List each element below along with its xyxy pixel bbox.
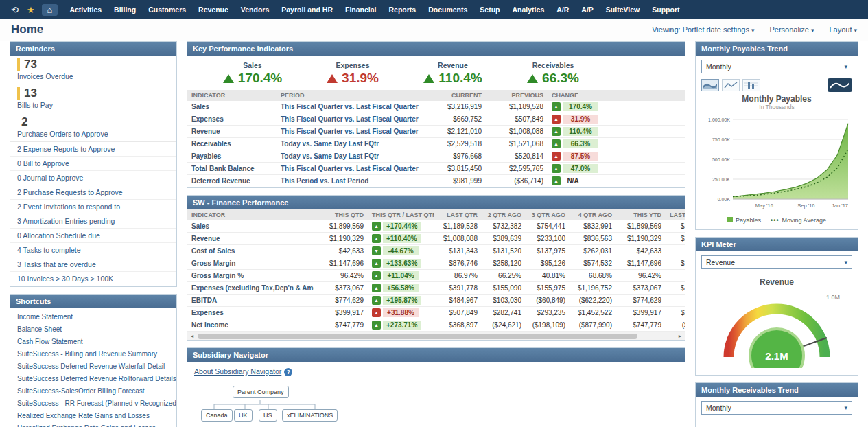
nav-item-a-r[interactable]: A/R <box>550 0 575 19</box>
shortcut-link[interactable]: SuiteSuccess-SalesOrder Billing Forecast <box>10 385 176 397</box>
scrollbar-thumb[interactable] <box>198 334 637 339</box>
nav-item-payroll-and-hr[interactable]: Payroll and HR <box>275 0 339 19</box>
finance-value-cell: $1,452,522 <box>570 307 616 319</box>
about-subsidiary-link[interactable]: About Subsidiary Navigator <box>194 367 281 376</box>
receivables-period-select[interactable]: Monthly ▾ <box>701 401 852 415</box>
table-row[interactable]: Net Income$747,779▲+273.71%$368,897($24,… <box>187 319 685 332</box>
subsidiary-child-node[interactable]: Canada <box>201 409 233 422</box>
reminder-item[interactable]: 0 Bill to Approve <box>10 157 176 171</box>
table-row[interactable]: SalesThis Fiscal Quarter vs. Last Fiscal… <box>187 101 685 113</box>
nav-item-revenue[interactable]: Revenue <box>192 0 235 19</box>
reminder-item[interactable]: 0 Allocation Schedule due <box>10 229 176 243</box>
shortcut-link[interactable]: Realized Exchange Rate Gains and Losses <box>10 410 176 422</box>
receivables-trend-header[interactable]: Monthly Receivables Trend <box>696 383 858 397</box>
up-arrow-icon: ▲ <box>552 164 561 173</box>
home-icon[interactable]: ⌂ <box>42 4 58 16</box>
chart-theme-icon[interactable] <box>828 78 852 92</box>
reminder-item[interactable]: 3 Tasks that are overdue <box>10 257 176 272</box>
reminder-highlight-item[interactable]: 73Invoices Overdue <box>10 56 176 84</box>
subsidiary-parent-node[interactable]: Parent Company <box>233 386 289 398</box>
nav-item-analytics[interactable]: Analytics <box>506 0 551 19</box>
table-row[interactable]: Gross Margin$1,147,696▲+133.63%$876,746$… <box>187 257 685 270</box>
reminder-item[interactable]: 3 Amortization Entries pending <box>10 214 176 229</box>
nav-item-suiteview[interactable]: SuiteView <box>600 0 646 19</box>
shortcuts-header[interactable]: Shortcuts <box>10 295 176 308</box>
table-row[interactable]: Expenses$399,917▲+31.88%$507,849$282,741… <box>187 307 685 319</box>
reminder-label[interactable]: Invoices Overdue <box>17 72 169 80</box>
shortcut-link[interactable]: SuiteSuccess - Billing and Revenue Summa… <box>10 348 176 360</box>
table-row[interactable]: ExpensesThis Fiscal Quarter vs. Last Fis… <box>187 113 685 126</box>
shortcut-link[interactable]: Income Statement <box>10 311 176 323</box>
line-chart-icon[interactable] <box>722 79 740 91</box>
finance-value-cell: $2,467,391 <box>666 233 685 245</box>
shortcut-link[interactable]: SuiteSuccess - RR Forecast (Planned v Re… <box>10 397 176 410</box>
nav-item-activities[interactable]: Activities <box>63 0 108 19</box>
reminder-item[interactable]: 4 Tasks to complete <box>10 243 176 257</box>
change-value: 110.4% <box>563 127 598 136</box>
nav-item-billing[interactable]: Billing <box>108 0 142 19</box>
bar-chart-icon[interactable] <box>742 79 760 91</box>
payables-period-select[interactable]: Monthly ▾ <box>701 60 852 73</box>
subsidiary-child-node[interactable]: US <box>259 409 277 422</box>
finance-hscrollbar[interactable]: ◄ ► <box>187 332 685 340</box>
reminders-header[interactable]: Reminders <box>10 42 176 56</box>
subsidiary-child-node[interactable]: UK <box>234 409 253 422</box>
reminder-item[interactable]: 2 Purchase Requests to Approve <box>10 185 176 200</box>
scroll-left-icon[interactable]: ◄ <box>187 334 197 338</box>
payables-trend-header[interactable]: Monthly Payables Trend <box>696 42 858 56</box>
nav-item-support[interactable]: Support <box>646 0 685 19</box>
table-row[interactable]: Gross Margin %96.42%▲+11.04%86.97%66.25%… <box>187 270 685 282</box>
reminder-item[interactable]: 0 Journal to Approve <box>10 171 176 185</box>
area-chart-icon[interactable] <box>701 79 719 91</box>
nav-item-financial[interactable]: Financial <box>339 0 383 19</box>
reminder-item[interactable]: 2 Event Invitations to respond to <box>10 200 176 214</box>
reminder-label[interactable]: Purchase Orders to Approve <box>17 130 169 138</box>
kpi-change-cell: ▲66.3% <box>548 138 685 150</box>
up-arrow-icon: ▲ <box>372 271 381 280</box>
table-row[interactable]: PayablesToday vs. Same Day Last FQtr$976… <box>187 150 685 163</box>
legend-moving-average[interactable]: •••Moving Average <box>771 217 826 224</box>
scrollbar-track[interactable] <box>197 333 675 340</box>
shortcut-link[interactable]: Cash Flow Statement <box>10 336 176 348</box>
nav-item-documents[interactable]: Documents <box>422 0 473 19</box>
help-icon[interactable]: ? <box>284 368 292 376</box>
table-row[interactable]: Cost of Sales$42,633▼-44.67%$131,343$131… <box>187 245 685 257</box>
legend-payables[interactable]: Payables <box>727 217 761 224</box>
subsidiary-header[interactable]: Subsidiary Navigator <box>187 348 685 362</box>
table-row[interactable]: RevenueThis Fiscal Quarter vs. Last Fisc… <box>187 126 685 138</box>
history-icon[interactable]: ⟲ <box>7 5 23 15</box>
nav-item-reports[interactable]: Reports <box>382 0 422 19</box>
kpi-meter-header[interactable]: KPI Meter <box>696 238 858 251</box>
table-row[interactable]: ReceivablesToday vs. Same Day Last FQtr$… <box>187 138 685 150</box>
nav-item-vendors[interactable]: Vendors <box>235 0 275 19</box>
subsidiary-child-node[interactable]: xELIMINATIONS <box>282 409 338 422</box>
reminder-label[interactable]: Bills to Pay <box>17 101 169 109</box>
shortcut-link[interactable]: Unrealized Exchange Rate Gains and Losse… <box>10 422 176 427</box>
personalize-link[interactable]: Personalize▾ <box>769 25 814 34</box>
finance-header[interactable]: SW - Finance Performance <box>187 196 685 209</box>
shortcut-link[interactable]: SuiteSuccess Deferred Revenue Waterfall … <box>10 360 176 373</box>
shortcut-link[interactable]: Balance Sheet <box>10 323 176 336</box>
table-row[interactable]: Total Bank BalanceThis Fiscal Quarter vs… <box>187 163 685 175</box>
kpi-meter-select[interactable]: Revenue ▾ <box>701 255 852 269</box>
table-row[interactable]: Expenses (excluding Tax,Dep'n & Amort)$3… <box>187 282 685 295</box>
shortcuts-star-icon[interactable]: ★ <box>23 5 39 15</box>
table-row[interactable]: Sales$1,899,569▲+170.44%$1,189,528$732,3… <box>187 220 685 233</box>
nav-item-customers[interactable]: Customers <box>142 0 192 19</box>
reminder-highlight-item[interactable]: 13Bills to Pay <box>10 84 176 113</box>
scroll-right-icon[interactable]: ► <box>675 334 685 338</box>
reminder-item[interactable]: 10 Invoices > 30 Days > 100K <box>10 272 176 286</box>
table-row[interactable]: Deferred RevenueThis Period vs. Last Per… <box>187 175 685 187</box>
table-row[interactable]: Revenue$1,190,329▲+110.40%$1,008,088$389… <box>187 233 685 245</box>
reminder-item[interactable]: 2 Expense Reports to Approve <box>10 142 176 157</box>
kpi-header[interactable]: Key Performance Indicators <box>187 42 685 56</box>
layout-link[interactable]: Layout▾ <box>829 25 857 34</box>
viewing-settings-link[interactable]: Viewing: Portlet date settings▾ <box>652 25 754 34</box>
nav-item-a-p[interactable]: A/P <box>575 0 600 19</box>
shortcut-link[interactable]: SuiteSuccess Deferred Revenue Rollforwar… <box>10 373 176 385</box>
kpi-previous-cell: $1,189,528 <box>486 101 548 113</box>
reminder-highlight-item[interactable]: 2Purchase Orders to Approve <box>10 113 176 142</box>
nav-item-setup[interactable]: Setup <box>473 0 506 19</box>
table-row[interactable]: EBITDA$774,629▲+195.87%$484,967$103,030(… <box>187 295 685 307</box>
finance-value-cell: $131,343 <box>434 245 482 257</box>
